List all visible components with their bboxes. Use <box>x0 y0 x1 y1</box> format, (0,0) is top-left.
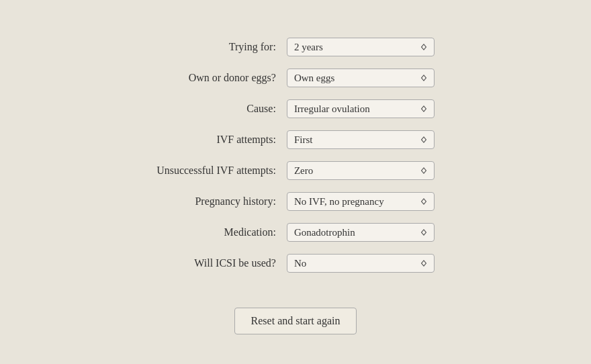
select-unsuccessful-ivf[interactable]: ZeroOneTwoThreeFour or more <box>287 161 435 180</box>
form-table: Trying for:Less than 1 year1 year2 years… <box>156 30 435 281</box>
label-cause: Cause: <box>156 95 287 122</box>
form-row-trying-for: Trying for:Less than 1 year1 year2 years… <box>156 34 435 60</box>
select-ivf-attempts[interactable]: FirstSecondThirdFourthFifth or more <box>287 130 435 149</box>
form-row-icsi: Will ICSI be used?NoYes <box>156 250 435 277</box>
select-icsi[interactable]: NoYes <box>287 254 435 273</box>
label-pregnancy-history: Pregnancy history: <box>156 188 287 215</box>
reset-button[interactable]: Reset and start again <box>234 308 357 334</box>
control-medication: GonadotrophinClomifeneNone <box>287 219 435 246</box>
form-container: Trying for:Less than 1 year1 year2 years… <box>0 0 591 364</box>
control-cause: UnknownIrregular ovulationBlocked tubesE… <box>287 95 435 122</box>
select-pregnancy-history[interactable]: No IVF, no pregnancyPrevious IVF pregnan… <box>287 192 435 211</box>
label-trying-for: Trying for: <box>156 34 287 60</box>
label-unsuccessful-ivf: Unsuccessful IVF attempts: <box>156 157 287 184</box>
select-cause[interactable]: UnknownIrregular ovulationBlocked tubesE… <box>287 99 435 118</box>
control-pregnancy-history: No IVF, no pregnancyPrevious IVF pregnan… <box>287 188 435 215</box>
form-row-cause: Cause:UnknownIrregular ovulationBlocked … <box>156 95 435 122</box>
form-row-pregnancy-history: Pregnancy history:No IVF, no pregnancyPr… <box>156 188 435 215</box>
label-ivf-attempts: IVF attempts: <box>156 126 287 153</box>
form-row-ivf-attempts: IVF attempts:FirstSecondThirdFourthFifth… <box>156 126 435 153</box>
control-ivf-attempts: FirstSecondThirdFourthFifth or more <box>287 126 435 153</box>
form-row-unsuccessful-ivf: Unsuccessful IVF attempts:ZeroOneTwoThre… <box>156 157 435 184</box>
control-icsi: NoYes <box>287 250 435 277</box>
select-trying-for[interactable]: Less than 1 year1 year2 years3 years4+ y… <box>287 38 435 56</box>
control-egg-type: Own eggsDonor eggs <box>287 64 435 91</box>
control-trying-for: Less than 1 year1 year2 years3 years4+ y… <box>287 34 435 60</box>
select-medication[interactable]: GonadotrophinClomifeneNone <box>287 223 435 242</box>
form-row-medication: Medication:GonadotrophinClomifeneNone <box>156 219 435 246</box>
select-egg-type[interactable]: Own eggsDonor eggs <box>287 69 435 87</box>
form-row-egg-type: Own or donor eggs?Own eggsDonor eggs <box>156 64 435 91</box>
label-egg-type: Own or donor eggs? <box>156 64 287 91</box>
label-icsi: Will ICSI be used? <box>156 250 287 277</box>
label-medication: Medication: <box>156 219 287 246</box>
control-unsuccessful-ivf: ZeroOneTwoThreeFour or more <box>287 157 435 184</box>
